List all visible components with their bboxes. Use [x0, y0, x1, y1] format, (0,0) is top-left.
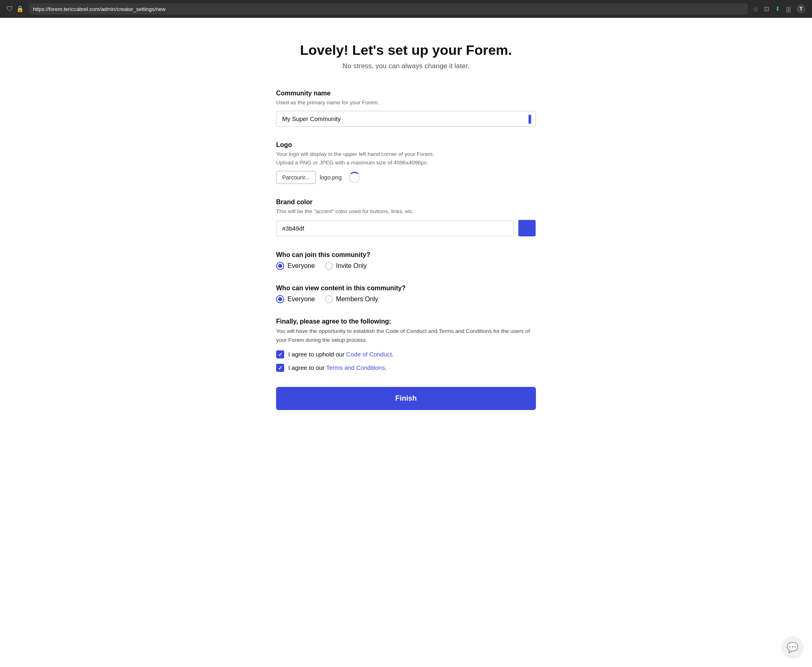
join-community-section: Who can join this community? Everyone In…	[276, 251, 536, 270]
view-members-label: Members Only	[336, 296, 378, 303]
stats-icon[interactable]: |||	[786, 6, 791, 13]
download-icon[interactable]: ⬇	[775, 5, 780, 13]
input-stats-icon: ▐	[526, 114, 531, 123]
agree-conduct-checkbox[interactable]	[276, 350, 284, 358]
brand-color-label: Brand color	[276, 199, 536, 206]
star-icon[interactable]: ☆	[753, 5, 758, 13]
brand-color-description: This will be the "accent" color used for…	[276, 207, 536, 216]
join-everyone-label: Everyone	[287, 262, 315, 270]
terms-and-conditions-link[interactable]: Terms and Conditions	[326, 364, 385, 371]
browse-button[interactable]: Parcourir...	[276, 171, 316, 184]
file-name-display: logo.png	[320, 174, 342, 181]
color-input-row	[276, 220, 536, 237]
browser-security-icons: 🛡 🔒	[6, 5, 24, 13]
view-content-question: Who can view content in this community?	[276, 285, 536, 292]
pocket-icon[interactable]: ⊡	[764, 5, 769, 13]
agree-conduct-text-after: .	[392, 351, 393, 358]
agreement-description: You will have the opportunity to establi…	[276, 327, 536, 344]
join-everyone-option[interactable]: Everyone	[276, 262, 315, 270]
join-community-question: Who can join this community?	[276, 251, 536, 259]
browser-toolbar: ☆ ⊡ ⬇ ||| T	[753, 4, 806, 13]
join-everyone-radio[interactable]	[276, 262, 284, 270]
view-members-radio[interactable]	[325, 295, 333, 303]
community-name-input[interactable]	[276, 111, 536, 127]
join-invite-label: Invite Only	[336, 262, 367, 270]
agreement-title: Finally, please agree to the following:	[276, 318, 536, 325]
view-everyone-label: Everyone	[287, 296, 315, 303]
join-invite-radio[interactable]	[325, 262, 333, 270]
join-community-radio-group: Everyone Invite Only	[276, 262, 536, 270]
logo-label: Logo	[276, 141, 536, 149]
agree-conduct-text-before: I agree to uphold our	[288, 351, 346, 358]
finish-button[interactable]: Finish	[276, 387, 536, 410]
url-bar[interactable]: https://forem.tericcabrel.com/admin/crea…	[29, 3, 748, 15]
color-swatch[interactable]	[518, 220, 536, 237]
view-members-option[interactable]: Members Only	[325, 295, 378, 303]
page-content: Lovely! Let's set up your Forem. No stre…	[268, 18, 544, 443]
lock-icon: 🔒	[16, 5, 24, 13]
page-subtitle: No stress, you can always change it late…	[276, 62, 536, 70]
community-name-input-wrapper: ▐	[276, 111, 536, 127]
code-of-conduct-link[interactable]: Code of Conduct	[346, 351, 392, 358]
browser-chrome: 🛡 🔒 https://forem.tericcabrel.com/admin/…	[0, 0, 812, 18]
view-content-section: Who can view content in this community? …	[276, 285, 536, 303]
community-name-description: Used as the primary name for your Forem.	[276, 99, 536, 107]
logo-description: Your logo will display in the upper left…	[276, 150, 536, 167]
view-content-radio-group: Everyone Members Only	[276, 295, 536, 303]
loading-spinner	[349, 172, 360, 183]
logo-file-row: Parcourir... logo.png	[276, 171, 536, 184]
logo-section: Logo Your logo will display in the upper…	[276, 141, 536, 184]
shield-icon: 🛡	[6, 5, 13, 13]
agree-terms-checkbox[interactable]	[276, 364, 284, 372]
join-invite-option[interactable]: Invite Only	[325, 262, 367, 270]
community-name-label: Community name	[276, 90, 536, 97]
brand-color-section: Brand color This will be the "accent" co…	[276, 199, 536, 237]
url-display: https://forem.tericcabrel.com/admin/crea…	[33, 6, 166, 12]
agree-terms-text-after: .	[385, 364, 387, 371]
agree-terms-row: I agree to our Terms and Conditions.	[276, 363, 536, 373]
agreement-section: Finally, please agree to the following: …	[276, 318, 536, 372]
agree-conduct-row: I agree to uphold our Code of Conduct.	[276, 350, 536, 359]
brand-color-input[interactable]	[276, 220, 514, 236]
agree-conduct-label[interactable]: I agree to uphold our Code of Conduct.	[288, 350, 393, 359]
agree-terms-label[interactable]: I agree to our Terms and Conditions.	[288, 363, 387, 373]
community-name-section: Community name Used as the primary name …	[276, 90, 536, 127]
view-everyone-option[interactable]: Everyone	[276, 295, 315, 303]
agree-terms-text-before: I agree to our	[288, 364, 326, 371]
view-everyone-radio[interactable]	[276, 295, 284, 303]
page-title: Lovely! Let's set up your Forem.	[276, 42, 536, 58]
menu-icon[interactable]: T	[797, 4, 806, 13]
